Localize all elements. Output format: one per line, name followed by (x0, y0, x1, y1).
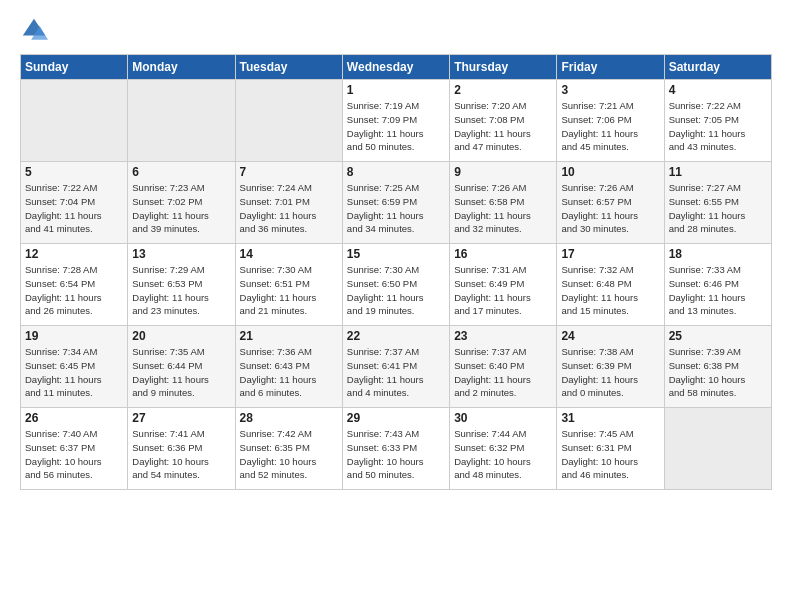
day-info: Sunrise: 7:40 AM Sunset: 6:37 PM Dayligh… (25, 427, 123, 482)
day-info: Sunrise: 7:39 AM Sunset: 6:38 PM Dayligh… (669, 345, 767, 400)
calendar-cell: 1Sunrise: 7:19 AM Sunset: 7:09 PM Daylig… (342, 80, 449, 162)
calendar-cell: 5Sunrise: 7:22 AM Sunset: 7:04 PM Daylig… (21, 162, 128, 244)
calendar-cell: 31Sunrise: 7:45 AM Sunset: 6:31 PM Dayli… (557, 408, 664, 490)
calendar-cell: 9Sunrise: 7:26 AM Sunset: 6:58 PM Daylig… (450, 162, 557, 244)
calendar-cell: 24Sunrise: 7:38 AM Sunset: 6:39 PM Dayli… (557, 326, 664, 408)
day-info: Sunrise: 7:24 AM Sunset: 7:01 PM Dayligh… (240, 181, 338, 236)
calendar-cell: 12Sunrise: 7:28 AM Sunset: 6:54 PM Dayli… (21, 244, 128, 326)
day-number: 20 (132, 329, 230, 343)
calendar-cell: 30Sunrise: 7:44 AM Sunset: 6:32 PM Dayli… (450, 408, 557, 490)
calendar-header: SundayMondayTuesdayWednesdayThursdayFrid… (21, 55, 772, 80)
day-info: Sunrise: 7:41 AM Sunset: 6:36 PM Dayligh… (132, 427, 230, 482)
page-header (20, 16, 772, 44)
day-number: 16 (454, 247, 552, 261)
weekday-header: Tuesday (235, 55, 342, 80)
calendar-cell: 20Sunrise: 7:35 AM Sunset: 6:44 PM Dayli… (128, 326, 235, 408)
day-info: Sunrise: 7:43 AM Sunset: 6:33 PM Dayligh… (347, 427, 445, 482)
day-number: 10 (561, 165, 659, 179)
day-info: Sunrise: 7:38 AM Sunset: 6:39 PM Dayligh… (561, 345, 659, 400)
weekday-header: Thursday (450, 55, 557, 80)
calendar-cell: 29Sunrise: 7:43 AM Sunset: 6:33 PM Dayli… (342, 408, 449, 490)
calendar-cell: 13Sunrise: 7:29 AM Sunset: 6:53 PM Dayli… (128, 244, 235, 326)
weekday-header-row: SundayMondayTuesdayWednesdayThursdayFrid… (21, 55, 772, 80)
calendar-cell: 15Sunrise: 7:30 AM Sunset: 6:50 PM Dayli… (342, 244, 449, 326)
day-info: Sunrise: 7:27 AM Sunset: 6:55 PM Dayligh… (669, 181, 767, 236)
day-info: Sunrise: 7:22 AM Sunset: 7:05 PM Dayligh… (669, 99, 767, 154)
calendar-cell: 18Sunrise: 7:33 AM Sunset: 6:46 PM Dayli… (664, 244, 771, 326)
calendar-cell: 27Sunrise: 7:41 AM Sunset: 6:36 PM Dayli… (128, 408, 235, 490)
day-info: Sunrise: 7:26 AM Sunset: 6:57 PM Dayligh… (561, 181, 659, 236)
day-info: Sunrise: 7:32 AM Sunset: 6:48 PM Dayligh… (561, 263, 659, 318)
day-number: 15 (347, 247, 445, 261)
day-info: Sunrise: 7:33 AM Sunset: 6:46 PM Dayligh… (669, 263, 767, 318)
day-number: 30 (454, 411, 552, 425)
calendar-cell: 7Sunrise: 7:24 AM Sunset: 7:01 PM Daylig… (235, 162, 342, 244)
day-number: 14 (240, 247, 338, 261)
calendar-cell: 28Sunrise: 7:42 AM Sunset: 6:35 PM Dayli… (235, 408, 342, 490)
day-info: Sunrise: 7:37 AM Sunset: 6:40 PM Dayligh… (454, 345, 552, 400)
calendar-cell: 25Sunrise: 7:39 AM Sunset: 6:38 PM Dayli… (664, 326, 771, 408)
day-number: 3 (561, 83, 659, 97)
day-number: 9 (454, 165, 552, 179)
calendar-cell: 17Sunrise: 7:32 AM Sunset: 6:48 PM Dayli… (557, 244, 664, 326)
calendar-week-row: 1Sunrise: 7:19 AM Sunset: 7:09 PM Daylig… (21, 80, 772, 162)
day-number: 19 (25, 329, 123, 343)
day-number: 4 (669, 83, 767, 97)
calendar-cell: 4Sunrise: 7:22 AM Sunset: 7:05 PM Daylig… (664, 80, 771, 162)
day-number: 23 (454, 329, 552, 343)
day-number: 21 (240, 329, 338, 343)
day-info: Sunrise: 7:44 AM Sunset: 6:32 PM Dayligh… (454, 427, 552, 482)
day-info: Sunrise: 7:30 AM Sunset: 6:51 PM Dayligh… (240, 263, 338, 318)
day-number: 31 (561, 411, 659, 425)
day-info: Sunrise: 7:45 AM Sunset: 6:31 PM Dayligh… (561, 427, 659, 482)
calendar-cell: 2Sunrise: 7:20 AM Sunset: 7:08 PM Daylig… (450, 80, 557, 162)
day-number: 28 (240, 411, 338, 425)
day-info: Sunrise: 7:29 AM Sunset: 6:53 PM Dayligh… (132, 263, 230, 318)
weekday-header: Friday (557, 55, 664, 80)
weekday-header: Sunday (21, 55, 128, 80)
day-number: 25 (669, 329, 767, 343)
day-number: 12 (25, 247, 123, 261)
logo-icon (20, 16, 48, 44)
weekday-header: Wednesday (342, 55, 449, 80)
day-info: Sunrise: 7:35 AM Sunset: 6:44 PM Dayligh… (132, 345, 230, 400)
day-number: 24 (561, 329, 659, 343)
day-info: Sunrise: 7:26 AM Sunset: 6:58 PM Dayligh… (454, 181, 552, 236)
day-number: 5 (25, 165, 123, 179)
calendar-week-row: 26Sunrise: 7:40 AM Sunset: 6:37 PM Dayli… (21, 408, 772, 490)
day-info: Sunrise: 7:42 AM Sunset: 6:35 PM Dayligh… (240, 427, 338, 482)
day-info: Sunrise: 7:23 AM Sunset: 7:02 PM Dayligh… (132, 181, 230, 236)
day-info: Sunrise: 7:20 AM Sunset: 7:08 PM Dayligh… (454, 99, 552, 154)
weekday-header: Saturday (664, 55, 771, 80)
day-number: 1 (347, 83, 445, 97)
calendar-cell: 21Sunrise: 7:36 AM Sunset: 6:43 PM Dayli… (235, 326, 342, 408)
day-info: Sunrise: 7:31 AM Sunset: 6:49 PM Dayligh… (454, 263, 552, 318)
day-info: Sunrise: 7:30 AM Sunset: 6:50 PM Dayligh… (347, 263, 445, 318)
calendar-cell (128, 80, 235, 162)
day-info: Sunrise: 7:25 AM Sunset: 6:59 PM Dayligh… (347, 181, 445, 236)
calendar-cell: 14Sunrise: 7:30 AM Sunset: 6:51 PM Dayli… (235, 244, 342, 326)
day-number: 17 (561, 247, 659, 261)
calendar-cell (21, 80, 128, 162)
day-number: 6 (132, 165, 230, 179)
calendar-cell: 6Sunrise: 7:23 AM Sunset: 7:02 PM Daylig… (128, 162, 235, 244)
calendar-cell: 23Sunrise: 7:37 AM Sunset: 6:40 PM Dayli… (450, 326, 557, 408)
calendar-cell: 26Sunrise: 7:40 AM Sunset: 6:37 PM Dayli… (21, 408, 128, 490)
calendar-week-row: 12Sunrise: 7:28 AM Sunset: 6:54 PM Dayli… (21, 244, 772, 326)
calendar-cell (235, 80, 342, 162)
logo (20, 16, 50, 44)
calendar-body: 1Sunrise: 7:19 AM Sunset: 7:09 PM Daylig… (21, 80, 772, 490)
weekday-header: Monday (128, 55, 235, 80)
day-number: 18 (669, 247, 767, 261)
day-number: 13 (132, 247, 230, 261)
day-number: 26 (25, 411, 123, 425)
calendar-cell: 8Sunrise: 7:25 AM Sunset: 6:59 PM Daylig… (342, 162, 449, 244)
day-number: 7 (240, 165, 338, 179)
day-number: 2 (454, 83, 552, 97)
day-number: 29 (347, 411, 445, 425)
day-info: Sunrise: 7:34 AM Sunset: 6:45 PM Dayligh… (25, 345, 123, 400)
calendar-table: SundayMondayTuesdayWednesdayThursdayFrid… (20, 54, 772, 490)
calendar-cell: 10Sunrise: 7:26 AM Sunset: 6:57 PM Dayli… (557, 162, 664, 244)
day-number: 22 (347, 329, 445, 343)
calendar-cell: 19Sunrise: 7:34 AM Sunset: 6:45 PM Dayli… (21, 326, 128, 408)
